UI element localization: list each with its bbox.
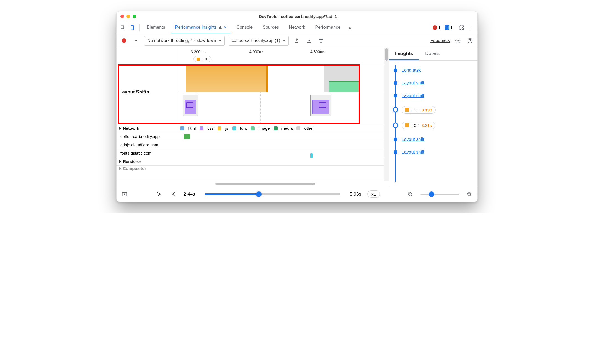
throttling-select[interactable]: No network throttling, 4× slowdown (144, 36, 225, 46)
close-tab-icon[interactable]: × (224, 25, 226, 30)
renderer-track-header[interactable]: Renderer (117, 157, 384, 165)
css-swatch-icon (200, 126, 203, 130)
network-domain-row[interactable]: cdnjs.cloudflare.com (117, 141, 384, 149)
tab-performance[interactable]: Performance (311, 22, 345, 33)
metric-value: 0.193 (422, 108, 432, 112)
record-button[interactable] (120, 37, 128, 45)
network-domain-row[interactable]: coffee-cart.netlify.app (117, 132, 384, 141)
speed-chip[interactable]: x1 (367, 190, 380, 198)
error-icon: ✕ (433, 25, 437, 30)
expand-triangle-icon (119, 160, 121, 163)
zoom-out-icon[interactable] (406, 190, 414, 198)
flask-icon (218, 25, 222, 29)
playback-footer: 2.44s 5.93s x1 (117, 186, 477, 202)
domain-label: cdnjs.cloudflare.com (117, 142, 177, 147)
export-icon[interactable] (293, 37, 301, 45)
timeline-node-icon (394, 94, 397, 98)
screenshot-thumbnail[interactable] (183, 95, 198, 116)
play-icon[interactable] (155, 190, 163, 198)
insight-link[interactable]: Layout shift (402, 80, 424, 85)
tab-elements[interactable]: Elements (142, 22, 170, 33)
close-icon[interactable] (120, 15, 124, 18)
timeline[interactable]: 3,200ms 4,000ms 4,800ms LCP Layout Shift… (117, 48, 389, 181)
chevron-down-icon (283, 40, 286, 41)
layout-shifts-label: Layout Shifts (119, 89, 149, 95)
network-track-header[interactable]: Network html css js font image media oth… (117, 124, 384, 132)
network-legend: html css js font image media other (177, 126, 314, 131)
svg-point-4 (457, 40, 459, 41)
insight-link[interactable]: Long task (402, 68, 421, 73)
devtools-window: DevTools - coffee-cart.netlify.app/?ad=1… (116, 11, 478, 202)
settings-icon[interactable] (458, 24, 466, 32)
recording-label: coffee-cart.netlify.app (1) (232, 38, 280, 43)
kebab-menu-icon[interactable]: ⋮ (467, 24, 475, 32)
tab-network[interactable]: Network (285, 22, 310, 33)
zoom-slider[interactable] (420, 194, 459, 195)
zoom-knob[interactable] (429, 191, 434, 197)
insight-item[interactable]: Layout shift (389, 77, 477, 89)
skip-back-icon[interactable] (169, 190, 177, 198)
tab-performance-insights-label: Performance insights (175, 25, 217, 30)
insight-link[interactable]: Layout shift (402, 93, 424, 98)
main-pane: 3,200ms 4,000ms 4,800ms LCP Layout Shift… (117, 48, 389, 186)
tick-4800: 4,800ms (310, 50, 325, 54)
issues-badge[interactable]: ❙❙ 1 (445, 25, 453, 30)
insight-item[interactable]: LCP 3.31s (389, 118, 477, 133)
window-title: DevTools - coffee-cart.netlify.app/?ad=1 (139, 14, 457, 19)
insight-link[interactable]: Layout shift (402, 150, 424, 155)
html-swatch-icon (180, 126, 184, 130)
domain-label: coffee-cart.netlify.app (117, 134, 177, 139)
recording-select[interactable]: coffee-cart.netlify.app (1) (229, 36, 289, 46)
insights-sidebar: Insights Details Long task Layout shift … (389, 48, 477, 186)
insight-item[interactable]: Layout shift (389, 89, 477, 102)
tick-3200: 3,200ms (191, 50, 206, 54)
compositor-track-header[interactable]: Compositor (117, 165, 384, 171)
time-start: 2.44s (184, 191, 195, 197)
record-dropdown[interactable] (132, 37, 140, 45)
insight-item[interactable]: Layout shift (389, 133, 477, 146)
time-ruler: 3,200ms 4,000ms 4,800ms LCP (117, 48, 389, 64)
delete-icon[interactable] (317, 37, 325, 45)
screenshot-thumbnail[interactable] (310, 95, 331, 116)
timeline-node-icon (394, 81, 397, 85)
timeline-block-green[interactable] (329, 81, 360, 92)
compositor-label: Compositor (123, 166, 146, 171)
zoom-icon[interactable] (133, 15, 136, 18)
tab-details[interactable]: Details (419, 48, 446, 60)
slider-knob[interactable] (256, 191, 262, 197)
more-tabs-icon[interactable]: » (346, 24, 354, 32)
tab-insights[interactable]: Insights (389, 48, 419, 60)
cls-chip[interactable]: CLS 0.193 (402, 106, 436, 114)
panel-settings-icon[interactable] (454, 37, 462, 45)
content-area: 3,200ms 4,000ms 4,800ms LCP Layout Shift… (117, 48, 477, 186)
horizontal-scrollbar[interactable] (117, 181, 389, 186)
toggle-panel-icon[interactable] (120, 190, 129, 198)
insights-list[interactable]: Long task Layout shift Layout shift CLS … (389, 61, 477, 186)
tab-sources[interactable]: Sources (258, 22, 283, 33)
insight-item[interactable]: Layout shift (389, 146, 477, 158)
lcp-marker-chip[interactable]: LCP (193, 56, 211, 62)
inspect-icon[interactable] (119, 24, 127, 32)
insight-item[interactable]: CLS 0.193 (389, 102, 477, 118)
error-badge[interactable]: ✕ 1 (433, 25, 440, 30)
device-mode-icon[interactable] (128, 24, 136, 32)
time-slider[interactable] (205, 193, 340, 195)
tab-console[interactable]: Console (232, 22, 257, 33)
import-icon[interactable] (305, 37, 313, 45)
minimize-icon[interactable] (126, 15, 130, 18)
titlebar: DevTools - coffee-cart.netlify.app/?ad=1 (117, 11, 477, 22)
lcp-chip[interactable]: LCP 3.31s (402, 122, 435, 129)
help-icon[interactable] (466, 37, 474, 45)
request-bar (184, 134, 190, 139)
zoom-in-icon[interactable] (465, 190, 474, 198)
cls-swatch-icon (405, 108, 409, 112)
insight-item[interactable]: Long task (389, 64, 477, 77)
feedback-link[interactable]: Feedback (430, 38, 450, 43)
vertical-scrollbar[interactable] (384, 48, 389, 181)
tab-performance-insights[interactable]: Performance insights × (171, 22, 231, 33)
timeline-block-orange[interactable] (186, 64, 266, 92)
layout-shifts-track: Layout Shifts (117, 64, 389, 124)
insight-link[interactable]: Layout shift (402, 137, 424, 142)
time-end: 5.93s (350, 191, 361, 197)
network-domain-row[interactable]: fonts.gstatic.com (117, 149, 384, 157)
